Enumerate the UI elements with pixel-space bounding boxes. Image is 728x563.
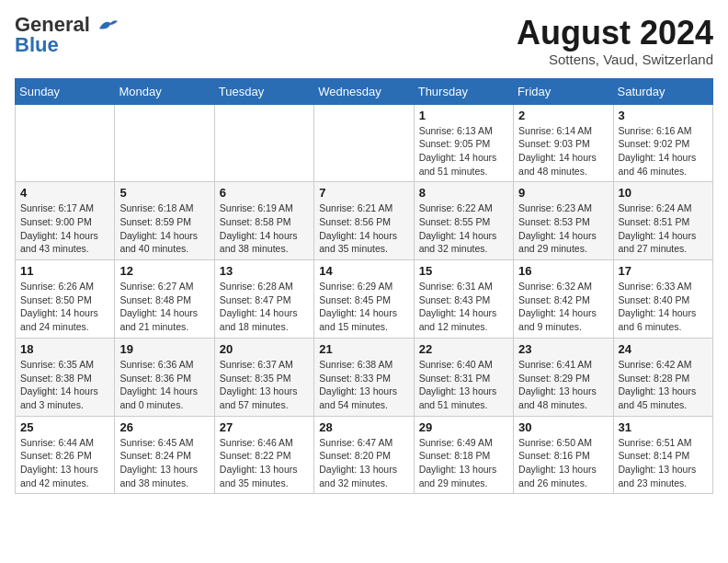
calendar-header-row: Sunday Monday Tuesday Wednesday Thursday… [16, 78, 713, 104]
day-info: Sunrise: 6:24 AM Sunset: 8:51 PM Dayligh… [619, 201, 708, 256]
calendar-day-cell: 23Sunrise: 6:41 AM Sunset: 8:29 PM Dayli… [514, 338, 613, 416]
day-number: 16 [518, 264, 608, 278]
col-tuesday: Tuesday [214, 78, 313, 104]
location-subtitle: Sottens, Vaud, Switzerland [517, 52, 713, 67]
calendar-day-cell: 4Sunrise: 6:17 AM Sunset: 9:00 PM Daylig… [16, 182, 115, 260]
calendar-week-row: 4Sunrise: 6:17 AM Sunset: 9:00 PM Daylig… [16, 182, 713, 260]
title-area: August 2024 Sottens, Vaud, Switzerland [517, 15, 713, 67]
day-number: 24 [619, 342, 708, 356]
calendar-day-cell: 20Sunrise: 6:37 AM Sunset: 8:35 PM Dayli… [214, 338, 313, 416]
calendar-day-cell: 27Sunrise: 6:46 AM Sunset: 8:22 PM Dayli… [214, 416, 313, 494]
calendar-day-cell: 2Sunrise: 6:14 AM Sunset: 9:03 PM Daylig… [514, 104, 613, 182]
day-number: 26 [119, 420, 209, 434]
day-info: Sunrise: 6:42 AM Sunset: 8:28 PM Dayligh… [619, 358, 708, 412]
day-number: 14 [319, 264, 408, 278]
calendar-day-cell: 7Sunrise: 6:21 AM Sunset: 8:56 PM Daylig… [314, 182, 414, 260]
calendar-week-row: 18Sunrise: 6:35 AM Sunset: 8:38 PM Dayli… [16, 338, 713, 416]
logo: General Blue [15, 15, 118, 55]
page-header: General Blue August 2024 Sottens, Vaud, … [15, 15, 713, 67]
calendar-day-cell: 21Sunrise: 6:38 AM Sunset: 8:33 PM Dayli… [314, 338, 414, 416]
calendar-week-row: 11Sunrise: 6:26 AM Sunset: 8:50 PM Dayli… [16, 260, 713, 339]
calendar-table: Sunday Monday Tuesday Wednesday Thursday… [15, 78, 713, 495]
calendar-day-cell: 16Sunrise: 6:32 AM Sunset: 8:42 PM Dayli… [514, 260, 613, 339]
day-info: Sunrise: 6:18 AM Sunset: 8:59 PM Dayligh… [119, 201, 209, 256]
col-wednesday: Wednesday [314, 78, 414, 104]
day-info: Sunrise: 6:44 AM Sunset: 8:26 PM Dayligh… [20, 436, 109, 490]
calendar-day-cell: 22Sunrise: 6:40 AM Sunset: 8:31 PM Dayli… [414, 338, 513, 416]
calendar-day-cell: 31Sunrise: 6:51 AM Sunset: 8:14 PM Dayli… [613, 416, 712, 494]
calendar-day-cell: 29Sunrise: 6:49 AM Sunset: 8:18 PM Dayli… [414, 416, 513, 494]
calendar-day-cell [314, 104, 414, 182]
col-saturday: Saturday [613, 78, 712, 104]
col-monday: Monday [115, 78, 214, 104]
day-number: 2 [518, 109, 608, 122]
calendar-day-cell: 17Sunrise: 6:33 AM Sunset: 8:40 PM Dayli… [613, 260, 712, 339]
day-info: Sunrise: 6:32 AM Sunset: 8:42 PM Dayligh… [518, 280, 608, 334]
day-number: 3 [619, 109, 708, 122]
month-year-title: August 2024 [517, 15, 713, 52]
day-number: 6 [220, 186, 309, 200]
day-info: Sunrise: 6:14 AM Sunset: 9:03 PM Dayligh… [518, 124, 608, 178]
calendar-day-cell: 6Sunrise: 6:19 AM Sunset: 8:58 PM Daylig… [214, 182, 313, 260]
day-info: Sunrise: 6:28 AM Sunset: 8:47 PM Dayligh… [220, 280, 309, 334]
calendar-day-cell: 30Sunrise: 6:50 AM Sunset: 8:16 PM Dayli… [514, 416, 613, 494]
day-number: 15 [419, 264, 508, 278]
calendar-day-cell: 8Sunrise: 6:22 AM Sunset: 8:55 PM Daylig… [414, 182, 513, 260]
day-info: Sunrise: 6:31 AM Sunset: 8:43 PM Dayligh… [419, 280, 508, 334]
calendar-day-cell: 26Sunrise: 6:45 AM Sunset: 8:24 PM Dayli… [115, 416, 214, 494]
day-number: 13 [220, 264, 309, 278]
day-info: Sunrise: 6:36 AM Sunset: 8:36 PM Dayligh… [119, 358, 209, 412]
day-number: 29 [419, 420, 508, 434]
day-info: Sunrise: 6:46 AM Sunset: 8:22 PM Dayligh… [220, 436, 309, 490]
day-info: Sunrise: 6:17 AM Sunset: 9:00 PM Dayligh… [20, 201, 109, 256]
calendar-day-cell: 25Sunrise: 6:44 AM Sunset: 8:26 PM Dayli… [16, 416, 115, 494]
day-number: 10 [619, 186, 708, 200]
calendar-day-cell [16, 104, 115, 182]
calendar-day-cell: 28Sunrise: 6:47 AM Sunset: 8:20 PM Dayli… [314, 416, 414, 494]
calendar-day-cell: 18Sunrise: 6:35 AM Sunset: 8:38 PM Dayli… [16, 338, 115, 416]
calendar-day-cell: 19Sunrise: 6:36 AM Sunset: 8:36 PM Dayli… [115, 338, 214, 416]
col-thursday: Thursday [414, 78, 513, 104]
day-number: 25 [20, 420, 109, 434]
day-info: Sunrise: 6:23 AM Sunset: 8:53 PM Dayligh… [518, 201, 608, 256]
day-number: 11 [20, 264, 109, 278]
day-number: 8 [419, 186, 508, 200]
calendar-day-cell [115, 104, 214, 182]
day-info: Sunrise: 6:27 AM Sunset: 8:48 PM Dayligh… [119, 280, 209, 334]
calendar-day-cell: 24Sunrise: 6:42 AM Sunset: 8:28 PM Dayli… [613, 338, 712, 416]
day-number: 23 [518, 342, 608, 356]
calendar-day-cell: 14Sunrise: 6:29 AM Sunset: 8:45 PM Dayli… [314, 260, 414, 339]
day-info: Sunrise: 6:13 AM Sunset: 9:05 PM Dayligh… [419, 124, 508, 178]
day-info: Sunrise: 6:33 AM Sunset: 8:40 PM Dayligh… [619, 280, 708, 334]
logo-blue: Blue [15, 35, 59, 55]
day-number: 5 [119, 186, 209, 200]
day-info: Sunrise: 6:29 AM Sunset: 8:45 PM Dayligh… [319, 280, 408, 334]
calendar-day-cell: 13Sunrise: 6:28 AM Sunset: 8:47 PM Dayli… [214, 260, 313, 339]
calendar-day-cell: 9Sunrise: 6:23 AM Sunset: 8:53 PM Daylig… [514, 182, 613, 260]
col-friday: Friday [514, 78, 613, 104]
day-info: Sunrise: 6:35 AM Sunset: 8:38 PM Dayligh… [20, 358, 109, 412]
day-info: Sunrise: 6:38 AM Sunset: 8:33 PM Dayligh… [319, 358, 408, 412]
calendar-day-cell: 3Sunrise: 6:16 AM Sunset: 9:02 PM Daylig… [613, 104, 712, 182]
day-info: Sunrise: 6:19 AM Sunset: 8:58 PM Dayligh… [220, 201, 309, 256]
day-number: 27 [220, 420, 309, 434]
logo-bird-icon [97, 17, 118, 34]
day-number: 28 [319, 420, 408, 434]
day-number: 12 [119, 264, 209, 278]
day-number: 31 [619, 420, 708, 434]
day-info: Sunrise: 6:51 AM Sunset: 8:14 PM Dayligh… [619, 436, 708, 490]
day-number: 22 [419, 342, 508, 356]
calendar-day-cell: 5Sunrise: 6:18 AM Sunset: 8:59 PM Daylig… [115, 182, 214, 260]
day-number: 1 [419, 109, 508, 122]
day-number: 21 [319, 342, 408, 356]
col-sunday: Sunday [16, 78, 115, 104]
calendar-day-cell: 15Sunrise: 6:31 AM Sunset: 8:43 PM Dayli… [414, 260, 513, 339]
calendar-day-cell: 10Sunrise: 6:24 AM Sunset: 8:51 PM Dayli… [613, 182, 712, 260]
day-number: 20 [220, 342, 309, 356]
day-number: 7 [319, 186, 408, 200]
calendar-day-cell: 12Sunrise: 6:27 AM Sunset: 8:48 PM Dayli… [115, 260, 214, 339]
day-info: Sunrise: 6:40 AM Sunset: 8:31 PM Dayligh… [419, 358, 508, 412]
calendar-day-cell: 1Sunrise: 6:13 AM Sunset: 9:05 PM Daylig… [414, 104, 513, 182]
day-info: Sunrise: 6:21 AM Sunset: 8:56 PM Dayligh… [319, 201, 408, 256]
day-number: 18 [20, 342, 109, 356]
